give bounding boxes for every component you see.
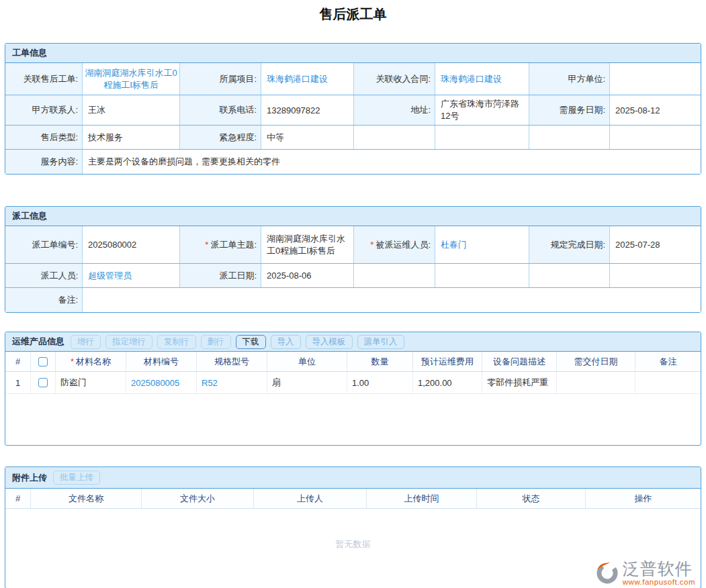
vendor-watermark: 泛普软件 www.fanpusoft.com: [594, 560, 695, 587]
work-order-row-2: 甲方联系人: 王冰 联系电话: 13289097822 地址: 广东省珠海市菏泽…: [5, 95, 701, 126]
project-link[interactable]: 珠海鹤港口建设: [267, 73, 328, 85]
col-status: 状态: [477, 489, 586, 508]
empty-state-text: 暂无数据: [5, 538, 701, 550]
deadline-label: 规定完成日期:: [529, 226, 610, 263]
dispatcher-cell: 超级管理员: [83, 264, 180, 287]
related-order-link[interactable]: 湖南洞庭湖水库引水工0程施工I标售后: [84, 67, 178, 91]
material-no-link[interactable]: 2025080005: [131, 378, 179, 388]
attachments-panel: 附件上传 批量上传 # 文件名称 文件大小 上传人 上传时间 状态 操作 暂无数…: [5, 467, 701, 588]
empty-cell: [435, 126, 529, 149]
est-cost-value: 1,200.00: [413, 372, 482, 393]
work-order-row-4: 服务内容: 主要是两个设备的磨损问题，需要更换相关的零件: [5, 150, 701, 174]
col-est-cost: 预计运维费用: [413, 352, 482, 371]
col-index: #: [5, 489, 31, 508]
assignee-cell: 杜春门: [435, 226, 529, 263]
insert-row-button[interactable]: 指定增行: [105, 335, 152, 349]
empty-cell: [435, 264, 529, 287]
service-content-label: 服务内容:: [5, 150, 83, 174]
attachments-body: 暂无数据 泛普软件 www.fanpusoft.com: [5, 509, 701, 588]
attachments-panel-header: 附件上传 批量上传: [5, 467, 701, 489]
income-contract-link[interactable]: 珠海鹤港口建设: [441, 73, 502, 85]
empty-cell: [354, 264, 435, 287]
row-checkbox[interactable]: [38, 378, 48, 387]
party-a-contact-label: 甲方联系人:: [5, 95, 83, 125]
spec-cell: R52: [197, 372, 267, 393]
col-delivery-date: 需交付日期: [557, 352, 635, 371]
spec-link[interactable]: R52: [202, 378, 218, 388]
col-upload-time: 上传时间: [367, 489, 477, 508]
issue-value: 零部件损耗严重: [482, 372, 557, 393]
download-button[interactable]: 下载: [236, 335, 266, 349]
empty-cell: [529, 126, 610, 149]
assignee-link[interactable]: 杜春门: [441, 239, 467, 251]
dispatch-date-value: 2025-08-06: [261, 264, 354, 287]
dispatch-panel-title: 派工信息: [12, 210, 47, 222]
dispatcher-link[interactable]: 超级管理员: [88, 270, 132, 282]
service-date-label: 需服务日期:: [529, 95, 610, 125]
related-order-cell: 湖南洞庭湖水库引水工0程施工I标售后: [83, 63, 180, 95]
dispatch-row-2: 派工人员: 超级管理员 派工日期: 2025-08-06: [5, 264, 701, 288]
dispatch-subject-label: * 派工单主题:: [180, 226, 261, 263]
work-order-panel: 工单信息 关联售后工单: 湖南洞庭湖水库引水工0程施工I标售后 所属项目: 珠海…: [5, 43, 701, 175]
material-no-cell: 2025080005: [126, 372, 197, 393]
source-import-button[interactable]: 源单引入: [357, 335, 404, 349]
products-panel-header: 运维产品信息 增行 指定增行 复制行 删行 下载 导入 导入模板 源单引入: [5, 332, 701, 352]
material-name-value: 防盗门: [56, 372, 126, 393]
empty-cell: [610, 264, 701, 287]
product-row: 1 防盗门 2025080005 R52 扇 1.00 1,200.00 零部件…: [5, 372, 701, 394]
dispatch-date-label: 派工日期:: [180, 264, 261, 287]
watermark-brand: 泛普软件: [623, 560, 693, 579]
related-order-label: 关联售后工单:: [5, 63, 83, 95]
col-action: 操作: [586, 489, 701, 508]
select-all-cell: [31, 352, 56, 371]
dispatch-remark-value: [83, 288, 701, 312]
assignee-label: * 被派运维人员:: [354, 226, 435, 263]
watermark-url: www.fanpusoft.com: [623, 578, 695, 586]
delivery-date-value: [557, 372, 635, 393]
copy-row-button[interactable]: 复制行: [157, 335, 196, 349]
select-all-checkbox[interactable]: [38, 357, 48, 366]
col-uploader: 上传人: [254, 489, 367, 508]
delete-row-button[interactable]: 删行: [201, 335, 231, 349]
service-date-value: 2025-08-12: [610, 95, 701, 125]
dispatch-row-3: 备注:: [5, 288, 701, 312]
import-button[interactable]: 导入: [271, 335, 301, 349]
col-material-name: * 材料名称: [56, 352, 126, 371]
project-label: 所属项目:: [180, 63, 261, 95]
remark-value: [635, 372, 701, 393]
attachments-table-header: # 文件名称 文件大小 上传人 上传时间 状态 操作: [5, 489, 701, 509]
service-type-value: 技术服务: [83, 126, 180, 149]
after-sales-dispatch-page: 售后派工单 工单信息 关联售后工单: 湖南洞庭湖水库引水工0程施工I标售后 所属…: [0, 0, 706, 588]
products-table-header: # * 材料名称 材料编号 规格型号 单位 数量 预计运维费用 设备问题描述 需…: [5, 352, 701, 372]
party-a-contact-value: 王冰: [83, 95, 180, 125]
dispatch-order-no-label: 派工单编号:: [5, 226, 83, 263]
col-index: #: [5, 352, 31, 371]
products-empty-space: [5, 394, 701, 445]
deadline-value: 2025-07-28: [610, 226, 701, 263]
import-template-button[interactable]: 导入模板: [306, 335, 353, 349]
address-label: 地址:: [354, 95, 435, 125]
batch-upload-button[interactable]: 批量上传: [53, 471, 100, 485]
page-title: 售后派工单: [5, 5, 701, 23]
col-material-no: 材料编号: [126, 352, 197, 371]
work-order-panel-header: 工单信息: [5, 44, 701, 63]
products-panel-title: 运维产品信息: [12, 336, 64, 348]
dispatch-subject-value: 湖南洞庭湖水库引水工0程施工I标售后: [261, 226, 354, 263]
phone-label: 联系电话:: [180, 95, 261, 125]
dispatch-panel: 派工信息 派工单编号: 2025080002 * 派工单主题: 湖南洞庭湖水库引…: [5, 206, 701, 313]
income-contract-label: 关联收入合同:: [354, 63, 435, 95]
party-a-unit-label: 甲方单位:: [529, 63, 610, 95]
add-row-button[interactable]: 增行: [71, 335, 101, 349]
col-issue: 设备问题描述: [482, 352, 557, 371]
products-panel: 运维产品信息 增行 指定增行 复制行 删行 下载 导入 导入模板 源单引入 # …: [5, 332, 701, 446]
empty-cell: [529, 264, 610, 287]
dispatch-order-no-value: 2025080002: [83, 226, 180, 263]
col-spec: 规格型号: [197, 352, 267, 371]
phone-value: 13289097822: [261, 95, 354, 125]
dispatcher-label: 派工人员:: [5, 264, 83, 287]
urgency-label: 紧急程度:: [180, 126, 261, 149]
empty-cell: [610, 126, 701, 149]
project-cell: 珠海鹤港口建设: [261, 63, 354, 95]
col-file-size: 文件大小: [142, 489, 254, 508]
col-remark: 备注: [635, 352, 701, 371]
